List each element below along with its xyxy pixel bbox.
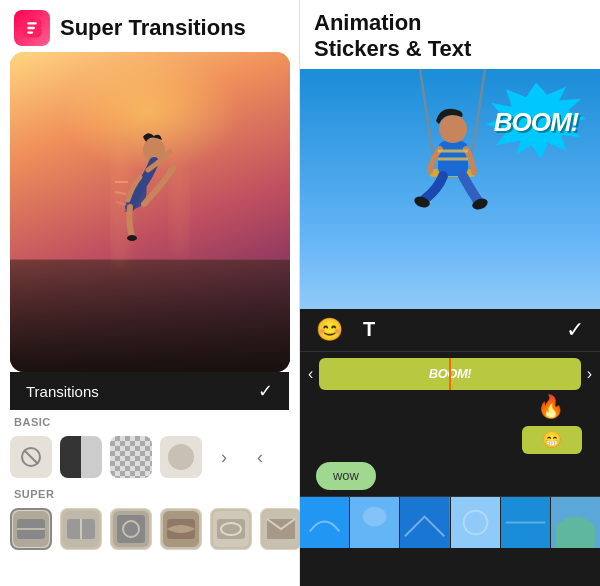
transitions-bar: Transitions ✓ — [10, 372, 289, 410]
text-icon[interactable]: T — [363, 318, 375, 341]
effect-none[interactable] — [10, 436, 52, 478]
svg-point-20 — [123, 521, 139, 537]
film-frame-6[interactable] — [551, 497, 600, 548]
svg-point-38 — [363, 507, 387, 527]
right-panel: Animation Stickers & Text BOOM! — [300, 0, 600, 586]
toolbar-check[interactable]: ✓ — [566, 317, 584, 343]
wow-bubble[interactable]: wow — [316, 462, 376, 490]
transitions-label: Transitions — [26, 383, 99, 400]
super-effect-5[interactable] — [210, 508, 252, 550]
svg-rect-26 — [263, 511, 299, 547]
effect-checker[interactable] — [110, 436, 152, 478]
smile-sticker-row: 😁 — [308, 426, 592, 454]
timeline-area: ‹ BOOM! › 🔥 😁 — [300, 352, 600, 496]
wow-text: wow — [333, 468, 359, 483]
swing-scene-svg — [300, 69, 600, 309]
fire-sticker: 🔥 — [537, 394, 564, 420]
basic-section-label: BASIC — [0, 410, 299, 432]
toolbar-icons: 😊 T — [316, 317, 375, 343]
svg-rect-21 — [163, 511, 199, 547]
right-controls: 😊 T ✓ ‹ BOOM! › 🔥 — [300, 309, 600, 586]
svg-rect-13 — [17, 519, 45, 539]
boom-timeline-track[interactable]: BOOM! — [319, 358, 580, 390]
svg-rect-23 — [213, 511, 249, 547]
svg-rect-22 — [167, 519, 195, 539]
fire-sticker-row: 🔥 — [308, 394, 592, 420]
timeline-nav-left[interactable]: ‹ — [308, 365, 313, 383]
boom-track-row: ‹ BOOM! › — [308, 358, 592, 390]
effects-prev-btn[interactable]: ‹ — [246, 443, 274, 471]
svg-line-28 — [470, 69, 485, 169]
filmstrip — [300, 496, 600, 548]
right-title: Animation Stickers & Text — [314, 10, 471, 63]
left-video-preview — [10, 52, 290, 372]
svg-rect-15 — [63, 511, 99, 547]
smile-icon: 😁 — [542, 430, 562, 449]
film-frame-5[interactable] — [501, 497, 551, 548]
super-effects-row — [0, 504, 299, 554]
right-title-line1: Animation — [314, 10, 422, 35]
super-effect-1[interactable] — [10, 508, 52, 550]
effect-half[interactable] — [60, 436, 102, 478]
svg-rect-18 — [113, 511, 149, 547]
basic-effects-row: › ‹ — [0, 432, 299, 482]
svg-line-11 — [24, 450, 38, 464]
svg-point-25 — [221, 523, 241, 535]
svg-rect-12 — [13, 511, 49, 547]
super-effect-2[interactable] — [60, 508, 102, 550]
right-title-line2: Stickers & Text — [314, 36, 471, 61]
film-frame-2[interactable] — [350, 497, 400, 548]
dancer-figure — [110, 122, 190, 292]
film-frame-1[interactable] — [300, 497, 350, 548]
super-section-label: SUPER — [0, 482, 299, 504]
smile-sticker-track[interactable]: 😁 — [522, 426, 582, 454]
right-video-preview: BOOM! — [300, 69, 600, 309]
left-panel: Super Transitions — [0, 0, 300, 586]
super-effect-4[interactable] — [160, 508, 202, 550]
svg-rect-19 — [117, 515, 145, 543]
film-frame-3[interactable] — [400, 497, 450, 548]
svg-rect-40 — [451, 497, 500, 548]
svg-rect-39 — [400, 497, 449, 548]
film-frame-4[interactable] — [451, 497, 501, 548]
super-effect-6[interactable] — [260, 508, 302, 550]
effect-circle[interactable] — [160, 436, 202, 478]
emoji-icon[interactable]: 😊 — [316, 317, 343, 343]
svg-line-27 — [420, 69, 435, 169]
app-container: Super Transitions — [0, 0, 600, 586]
svg-point-31 — [439, 115, 467, 143]
svg-point-6 — [127, 235, 137, 241]
right-header: Animation Stickers & Text — [300, 0, 600, 69]
effects-next-btn[interactable]: › — [210, 443, 238, 471]
svg-rect-24 — [217, 519, 245, 539]
left-header: Super Transitions — [0, 0, 299, 52]
wow-row: wow — [308, 462, 592, 490]
transitions-check[interactable]: ✓ — [258, 380, 273, 402]
svg-rect-16 — [67, 519, 95, 539]
app-logo[interactable] — [14, 10, 50, 46]
sticker-toolbar: 😊 T ✓ — [300, 309, 600, 352]
left-title: Super Transitions — [60, 16, 246, 40]
timeline-nav-right[interactable]: › — [587, 365, 592, 383]
super-effect-3[interactable] — [110, 508, 152, 550]
